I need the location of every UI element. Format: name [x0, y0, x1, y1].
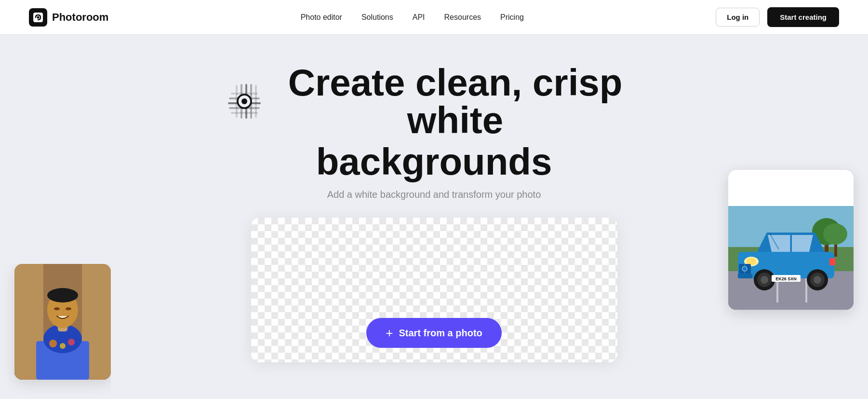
nav-item-pricing[interactable]: Pricing	[500, 13, 524, 22]
svg-point-9	[68, 339, 75, 345]
nav-item-photo-editor[interactable]: Photo editor	[301, 13, 342, 22]
person-silhouette	[14, 264, 111, 380]
svg-point-14	[66, 307, 71, 310]
hero-title-line1: Create clean, crisp white	[269, 64, 641, 139]
nav-actions: Log in Start creating	[716, 7, 839, 27]
hero-headline: Create clean, crisp white	[227, 64, 641, 139]
hero-text-block: Create clean, crisp white backgrounds Ad…	[227, 64, 641, 218]
svg-point-7	[49, 340, 57, 347]
nav-links: Photo editor Solutions API Resources Pri…	[301, 13, 524, 22]
svg-rect-41	[829, 258, 835, 265]
svg-point-51	[814, 276, 821, 284]
svg-point-26	[241, 98, 247, 104]
navigation: Photoroom Photo editor Solutions API Res…	[0, 0, 868, 35]
sun-icon	[227, 84, 262, 119]
car-scene: EK26 SXN	[728, 170, 854, 310]
car-card: EK26 SXN	[728, 170, 854, 310]
side-image-right: EK26 SXN	[728, 170, 854, 310]
svg-point-13	[54, 307, 60, 310]
plus-icon: +	[386, 327, 393, 339]
nav-item-api[interactable]: API	[413, 13, 425, 22]
svg-rect-42	[738, 274, 752, 278]
upload-button-label: Start from a photo	[399, 328, 482, 339]
logo-icon	[29, 8, 47, 27]
upload-area[interactable]: + Start from a photo	[251, 218, 617, 362]
hero-section: Create clean, crisp white backgrounds Ad…	[0, 35, 868, 399]
svg-text:EK26 SXN: EK26 SXN	[775, 276, 797, 281]
upload-button[interactable]: + Start from a photo	[366, 318, 502, 348]
logo-text: Photoroom	[52, 11, 108, 24]
svg-point-48	[761, 276, 768, 284]
hero-title-line2: backgrounds	[227, 143, 641, 180]
svg-point-40	[747, 258, 756, 265]
svg-rect-28	[728, 170, 854, 206]
person-background	[14, 264, 111, 380]
hero-subtitle: Add a white background and transform you…	[227, 189, 641, 200]
svg-point-1	[37, 16, 40, 18]
svg-point-36	[823, 223, 847, 245]
side-image-left	[0, 264, 111, 399]
nav-item-solutions[interactable]: Solutions	[361, 13, 393, 22]
svg-point-12	[47, 288, 78, 303]
upload-container: + Start from a photo	[251, 218, 617, 362]
nav-item-resources[interactable]: Resources	[444, 13, 481, 22]
logo[interactable]: Photoroom	[29, 8, 108, 27]
start-creating-button[interactable]: Start creating	[767, 7, 839, 27]
login-button[interactable]: Log in	[716, 8, 760, 27]
svg-point-8	[60, 343, 66, 349]
svg-point-45	[742, 266, 747, 271]
person-card	[14, 264, 111, 380]
